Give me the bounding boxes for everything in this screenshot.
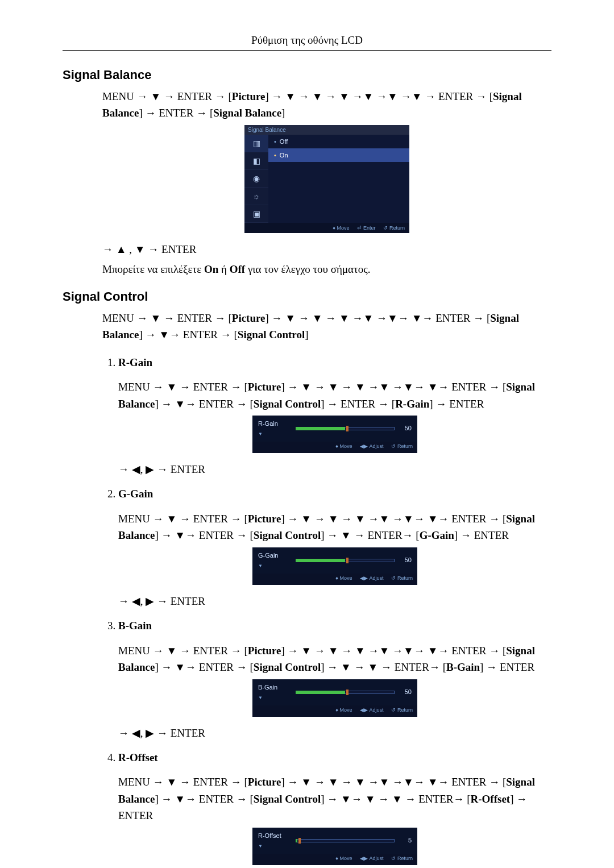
section-signal-control: Signal Control xyxy=(63,289,551,304)
osd-footer-return: ↺ Return xyxy=(391,855,413,863)
osd-footer-adjust: ◀▶ Adjust xyxy=(360,855,383,863)
osd-slider-label: G-Gain▼ xyxy=(258,551,292,570)
osd-slider-bar xyxy=(292,838,398,844)
osd-footer-return: ↺ Return xyxy=(391,443,413,451)
signal-balance-note: Μπορείτε να επιλέξετε On ή Off για τον έ… xyxy=(102,261,551,277)
osd-footer-return: ↺ Return xyxy=(383,225,405,231)
signal-balance-nav-after: → ▲ , ▼ → ENTER xyxy=(102,241,551,258)
osd-footer-return: ↺ Return xyxy=(391,575,413,583)
osd-option-on: On xyxy=(268,148,409,162)
osd-slider-label: B-Gain▼ xyxy=(258,683,292,702)
list-item: B-Gain MENU → ▼ → ENTER → [Picture] → ▼ … xyxy=(118,617,551,741)
triangle-down-icon: ▼ xyxy=(258,844,263,849)
osd-input-icon: ◧ xyxy=(244,152,268,170)
page: Ρύθμιση της οθόνης LCD Signal Balance ME… xyxy=(0,0,614,868)
osd-slider-wrap: R-Gain▼ 50 ♦ Move ◀▶ Adjust ↺ Return xyxy=(118,416,551,453)
osd-footer-adjust: ◀▶ Adjust xyxy=(360,707,383,715)
item-path: MENU → ▼ → ENTER → [Picture] → ▼ → ▼ → ▼… xyxy=(118,642,551,676)
osd-footer-move: ♦ Move xyxy=(335,443,352,451)
osd-slider-wrap: G-Gain▼ 50 ♦ Move ◀▶ Adjust ↺ Return xyxy=(118,547,551,585)
osd-setup-icon: ☼ xyxy=(244,188,268,205)
osd-option-off: Off xyxy=(268,135,409,148)
item-path: MENU → ▼ → ENTER → [Picture] → ▼ → ▼ → ▼… xyxy=(118,379,551,412)
osd-footer-move: ♦ Move xyxy=(335,707,352,715)
osd-slider-value: 50 xyxy=(398,555,412,565)
triangle-down-icon: ▼ xyxy=(258,563,263,568)
item-title: B-Gain xyxy=(118,620,152,632)
enter-icon: ⏎ xyxy=(357,225,363,231)
osd-multi-icon: ▣ xyxy=(244,205,268,223)
osd-slider-wrap: R-Offset▼ 5 ♦ Move ◀▶ Adjust ↺ Return xyxy=(118,828,551,865)
item-nav-after: → ◀, ▶ → ENTER xyxy=(118,461,551,477)
signal-balance-path: MENU → ▼ → ENTER → [Picture] → ▼ → ▼ → ▼… xyxy=(102,88,551,122)
triangle-down-icon: ▼ xyxy=(258,431,263,437)
item-path: MENU → ▼ → ENTER → [Picture] → ▼ → ▼ → ▼… xyxy=(118,510,551,544)
osd-slider-value: 50 xyxy=(398,687,412,697)
item-nav-after: → ◀, ▶ → ENTER xyxy=(118,593,551,609)
item-nav-after: → ◀, ▶ → ENTER xyxy=(118,725,551,741)
list-item: R-Offset MENU → ▼ → ENTER → [Picture] → … xyxy=(118,749,551,865)
osd-slider-bar xyxy=(292,690,398,695)
list-item: R-Gain MENU → ▼ → ENTER → [Picture] → ▼ … xyxy=(118,354,551,478)
signal-control-path: MENU → ▼ → ENTER → [Picture] → ▼ → ▼ → ▼… xyxy=(102,310,551,343)
osd-footer-adjust: ◀▶ Adjust xyxy=(360,443,383,451)
triangle-down-icon: ▼ xyxy=(258,695,263,700)
osd-footer-return: ↺ Return xyxy=(391,707,413,715)
signal-control-list: R-Gain MENU → ▼ → ENTER → [Picture] → ▼ … xyxy=(102,354,551,865)
item-title: R-Offset xyxy=(118,751,158,763)
osd-slider-wrap: B-Gain▼ 50 ♦ Move ◀▶ Adjust ↺ Return xyxy=(118,679,551,717)
osd-title: Signal Balance xyxy=(244,125,409,135)
osd-slider-label: R-Gain▼ xyxy=(258,419,292,438)
osd-slider-value: 50 xyxy=(398,423,412,433)
osd-footer-move: ♦ Move xyxy=(333,225,349,231)
osd-slider-value: 5 xyxy=(398,836,412,845)
osd-footer-enter: ⏎ Enter xyxy=(357,225,375,231)
item-title: G-Gain xyxy=(118,488,153,500)
osd-footer-move: ♦ Move xyxy=(335,575,352,583)
osd-slider-bar xyxy=(292,558,398,563)
osd-options: Off On xyxy=(268,135,409,223)
osd-footer-move: ♦ Move xyxy=(335,855,352,863)
osd-icon-column: ▥ ◧ ◉ ☼ ▣ xyxy=(244,135,268,223)
osd-sound-icon: ◉ xyxy=(244,170,268,188)
divider xyxy=(63,50,551,51)
list-item: G-Gain MENU → ▼ → ENTER → [Picture] → ▼ … xyxy=(118,485,551,609)
osd-picture-icon: ▥ xyxy=(244,135,268,152)
osd-signal-balance: Signal Balance ▥ ◧ ◉ ☼ ▣ Off On ♦ M xyxy=(102,125,551,233)
page-header: Ρύθμιση της οθόνης LCD xyxy=(63,34,551,47)
osd-footer-adjust: ◀▶ Adjust xyxy=(360,575,383,583)
osd-slider-bar xyxy=(292,426,398,431)
item-path: MENU → ▼ → ENTER → [Picture] → ▼ → ▼ → ▼… xyxy=(118,774,551,824)
return-icon: ↺ xyxy=(383,225,389,231)
item-title: R-Gain xyxy=(118,356,152,368)
osd-slider-label: R-Offset▼ xyxy=(258,831,292,850)
section-signal-balance: Signal Balance xyxy=(63,68,551,82)
